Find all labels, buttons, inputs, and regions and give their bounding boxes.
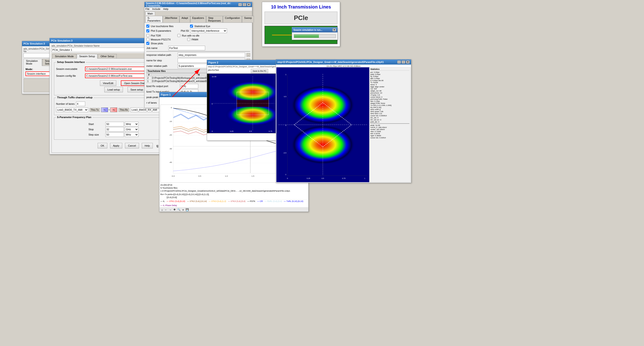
thru-rx-label: Thru Rx bbox=[118, 108, 129, 112]
cancel-btn[interactable]: Cancel bbox=[125, 143, 139, 148]
row-measure-pam4: Measure PS21TX PAM4 bbox=[146, 38, 250, 41]
svg-text:0.75: 0.75 bbox=[342, 177, 346, 180]
nav-save-icon[interactable]: 💾 bbox=[186, 208, 189, 211]
seasim-tab-step[interactable]: Step Responses bbox=[206, 16, 223, 22]
seasim-tab-jitter[interactable]: Jitter/Noise bbox=[163, 16, 180, 22]
seasim-tab-equalizers[interactable]: Equalizers bbox=[190, 16, 206, 22]
tx-channel-block: Tx Rx bbox=[101, 108, 117, 112]
seasim-main-minimize-btn[interactable]: ─ bbox=[238, 3, 242, 6]
svg-text:0.5: 0.5 bbox=[322, 177, 324, 180]
save-setup-btn[interactable]: Save setup bbox=[128, 87, 146, 92]
response-path-input[interactable]: step_responses bbox=[178, 52, 245, 57]
lane-rx-select[interactable]: Link0_BWD0_RX_AMI bbox=[130, 108, 163, 112]
pam4-label: PAM4 bbox=[192, 38, 198, 41]
num-lanes-input[interactable]: 4 bbox=[76, 102, 85, 106]
large-eye-stats: Statistics pvr: 0.00ps pddj: 0.00ps tfj:… bbox=[369, 67, 410, 182]
ll-il: — IL bbox=[160, 200, 165, 202]
nav-back-icon[interactable]: ← bbox=[165, 208, 167, 211]
thru-tx-label: Thru Tx bbox=[90, 108, 100, 112]
menu-help[interactable]: Help bbox=[163, 8, 168, 10]
menu-include[interactable]: Include bbox=[152, 8, 160, 10]
stop-input[interactable]: 32 bbox=[106, 127, 124, 132]
step-input[interactable]: 50 bbox=[106, 132, 124, 137]
seasim-tab-main[interactable]: Main bbox=[146, 12, 155, 16]
les-rx-fir: Rx FIR [1.00] bbox=[370, 106, 410, 108]
seasim-progress-bar bbox=[294, 34, 319, 38]
response-path-btn[interactable]: ... bbox=[246, 53, 250, 57]
seasim-main-maximize-btn[interactable]: □ bbox=[242, 3, 246, 6]
svg-text:0: 0 bbox=[287, 177, 288, 180]
row-show-plots: Show plots bbox=[146, 42, 250, 45]
nav-forward-icon[interactable]: → bbox=[169, 208, 172, 211]
figure2-save-btn[interactable]: Save to the PC bbox=[251, 69, 268, 73]
apply-btn[interactable]: Apply bbox=[110, 143, 122, 148]
exe-label: Seasim executable bbox=[56, 68, 84, 70]
les-cursor: cursor block: 4 bbox=[370, 96, 410, 98]
measure-ps21tx-checkbox[interactable] bbox=[146, 38, 149, 41]
ll-txrl: — TxRL (9,10),(9,10) bbox=[284, 200, 303, 202]
pcie-main-tab-other[interactable]: Other Setup bbox=[98, 54, 116, 58]
help-btn[interactable]: Help bbox=[142, 143, 153, 148]
nav-pan-icon[interactable]: ✥ bbox=[174, 208, 176, 211]
ll-rxrl: — RxRL (3,4),(3,4) bbox=[265, 200, 282, 202]
svg-text:-40: -40 bbox=[169, 161, 172, 163]
start-row: Start 50 MHz GHz bbox=[88, 122, 162, 126]
sparam-freq-title: S-Parameter Frequency Plan bbox=[56, 116, 92, 118]
pcie-main-tab-seasim[interactable]: Seasim Setup bbox=[77, 54, 98, 58]
view-edit-btn[interactable]: View/Edit bbox=[100, 80, 116, 86]
show-plots-checkbox[interactable] bbox=[146, 42, 149, 45]
nav-home-icon[interactable]: ⌂ bbox=[161, 208, 163, 211]
load-setup-btn[interactable]: Load setup bbox=[104, 87, 123, 92]
les-pvr: pvr: 0.00ps bbox=[370, 71, 410, 73]
nav-zoom-icon[interactable]: 🔍 bbox=[177, 208, 180, 211]
les-tfj: tfj: 0.00ps bbox=[370, 75, 410, 78]
start-unit-select[interactable]: MHz GHz bbox=[125, 122, 138, 126]
plot-tdr-checkbox[interactable] bbox=[146, 34, 149, 37]
tx-arrow bbox=[108, 110, 110, 110]
seasim-main-title: Seasim-2.0.98-SiG-Edition - C:/seasim/Se… bbox=[146, 2, 238, 7]
les-peak: peak: 1e-06 bbox=[370, 124, 410, 126]
nav-settings-icon[interactable]: ≡ bbox=[182, 208, 184, 211]
run-no-dfe-checkbox[interactable] bbox=[177, 34, 180, 37]
large-eye-title-bar: step=D:\Projects\PCIe\hSL\PCIe_Designer_… bbox=[276, 60, 411, 64]
start-input[interactable]: 50 bbox=[106, 122, 124, 126]
les-right: right: 0.3830I bbox=[370, 135, 410, 137]
seasim-running-close-btn[interactable]: ✕ bbox=[332, 28, 336, 32]
seasim-tab-sweep[interactable]: Sweep bbox=[242, 16, 254, 22]
pam4-checkbox[interactable] bbox=[187, 38, 190, 41]
row-plot-sparams: Plot S-parameters Plot ISI Intersymbol_I… bbox=[146, 28, 250, 33]
stop-unit-select[interactable]: MHz GHz bbox=[125, 127, 138, 132]
response-path-label: response relative path bbox=[146, 54, 176, 56]
right-panel-subtitle-box: PCle bbox=[264, 12, 338, 24]
les-aggl: aggl: align center bbox=[370, 86, 410, 88]
les-vbin: vbin: 0.7200I bbox=[370, 130, 410, 132]
plot-isi-label: Plot ISI bbox=[181, 30, 189, 32]
lane-tx-select[interactable]: Link0_BWD0_TX_AMI bbox=[56, 108, 88, 112]
pcie-main-tab-simulation[interactable]: Simulation Mode bbox=[52, 54, 76, 58]
plot-isi-select[interactable]: Intersymbol_Interference bbox=[190, 28, 227, 33]
seasim-tab-config[interactable]: Configuration bbox=[223, 16, 242, 22]
ok-btn[interactable]: OK bbox=[98, 143, 107, 148]
large-eye-maximize-btn[interactable]: □ bbox=[402, 60, 405, 64]
job-name-input[interactable]: ForTest bbox=[168, 46, 205, 50]
svg-text:1.0: 1.0 bbox=[225, 175, 228, 177]
menu-file[interactable]: File bbox=[146, 8, 150, 10]
lized-rx-input[interactable]: (3,4) bbox=[180, 84, 198, 88]
seasim-running-window: Seasim simulation is run... ✕ bbox=[292, 27, 338, 40]
use-touchstone-checkbox[interactable] bbox=[146, 24, 149, 28]
ll-pstk: — PSTK bbox=[247, 200, 255, 202]
large-eye-minimize-btn[interactable]: ─ bbox=[397, 60, 401, 64]
pcie-small-tab-simulation[interactable]: Simulation Mode bbox=[24, 58, 42, 66]
svg-text:0: 0 bbox=[285, 124, 286, 126]
plot-sparams-checkbox[interactable] bbox=[146, 30, 149, 32]
seasim-tab-adapt[interactable]: Adapt bbox=[180, 16, 190, 22]
step-unit-select[interactable]: MHz GHz bbox=[125, 132, 138, 137]
statistical-eye-checkbox[interactable] bbox=[190, 24, 193, 28]
large-eye-close-btn[interactable]: ✕ bbox=[406, 60, 410, 64]
figure2-title: Figure 2 bbox=[208, 61, 218, 64]
seasim-main-close-btn[interactable]: ✕ bbox=[247, 3, 251, 6]
ll-phase: — IL Phase Delay bbox=[160, 204, 177, 206]
seasim-tab-sparameters[interactable]: S-Parameters bbox=[146, 16, 163, 22]
job-name-label: Job name bbox=[146, 47, 167, 50]
les-lanes: lanes: 4 bbox=[370, 84, 410, 86]
